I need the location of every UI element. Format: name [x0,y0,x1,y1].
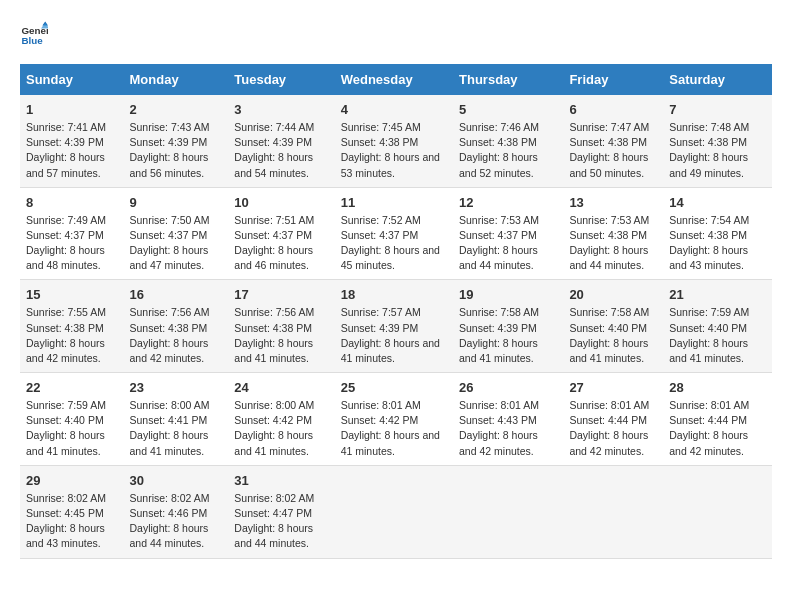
calendar-week-row: 1 Sunrise: 7:41 AMSunset: 4:39 PMDayligh… [20,95,772,187]
day-number: 26 [459,379,557,398]
calendar-cell: 14 Sunrise: 7:54 AMSunset: 4:38 PMDaylig… [663,187,772,280]
calendar-cell [335,465,453,558]
calendar-cell: 1 Sunrise: 7:41 AMSunset: 4:39 PMDayligh… [20,95,124,187]
day-info: Sunrise: 7:57 AMSunset: 4:39 PMDaylight:… [341,305,447,366]
weekday-header-wednesday: Wednesday [335,64,453,95]
day-info: Sunrise: 7:47 AMSunset: 4:38 PMDaylight:… [569,120,657,181]
day-info: Sunrise: 7:59 AMSunset: 4:40 PMDaylight:… [669,305,766,366]
day-info: Sunrise: 7:44 AMSunset: 4:39 PMDaylight:… [234,120,328,181]
calendar-cell: 18 Sunrise: 7:57 AMSunset: 4:39 PMDaylig… [335,280,453,373]
calendar-week-row: 8 Sunrise: 7:49 AMSunset: 4:37 PMDayligh… [20,187,772,280]
day-info: Sunrise: 7:55 AMSunset: 4:38 PMDaylight:… [26,305,118,366]
day-number: 1 [26,101,118,120]
day-info: Sunrise: 7:49 AMSunset: 4:37 PMDaylight:… [26,213,118,274]
day-info: Sunrise: 7:53 AMSunset: 4:37 PMDaylight:… [459,213,557,274]
calendar-cell: 11 Sunrise: 7:52 AMSunset: 4:37 PMDaylig… [335,187,453,280]
day-info: Sunrise: 8:00 AMSunset: 4:42 PMDaylight:… [234,398,328,459]
weekday-header-tuesday: Tuesday [228,64,334,95]
weekday-header-thursday: Thursday [453,64,563,95]
calendar-cell: 7 Sunrise: 7:48 AMSunset: 4:38 PMDayligh… [663,95,772,187]
day-info: Sunrise: 7:48 AMSunset: 4:38 PMDaylight:… [669,120,766,181]
day-number: 9 [130,194,223,213]
calendar-cell: 19 Sunrise: 7:58 AMSunset: 4:39 PMDaylig… [453,280,563,373]
calendar-cell: 2 Sunrise: 7:43 AMSunset: 4:39 PMDayligh… [124,95,229,187]
calendar-week-row: 29 Sunrise: 8:02 AMSunset: 4:45 PMDaylig… [20,465,772,558]
svg-text:Blue: Blue [21,35,43,46]
day-number: 14 [669,194,766,213]
day-info: Sunrise: 8:01 AMSunset: 4:44 PMDaylight:… [669,398,766,459]
logo: General Blue [20,20,52,48]
day-number: 17 [234,286,328,305]
calendar-cell: 24 Sunrise: 8:00 AMSunset: 4:42 PMDaylig… [228,373,334,466]
day-info: Sunrise: 7:56 AMSunset: 4:38 PMDaylight:… [130,305,223,366]
calendar-cell: 30 Sunrise: 8:02 AMSunset: 4:46 PMDaylig… [124,465,229,558]
page-header: General Blue [20,20,772,48]
calendar-cell: 23 Sunrise: 8:00 AMSunset: 4:41 PMDaylig… [124,373,229,466]
calendar-cell: 27 Sunrise: 8:01 AMSunset: 4:44 PMDaylig… [563,373,663,466]
day-info: Sunrise: 7:58 AMSunset: 4:39 PMDaylight:… [459,305,557,366]
day-info: Sunrise: 7:52 AMSunset: 4:37 PMDaylight:… [341,213,447,274]
weekday-header-saturday: Saturday [663,64,772,95]
calendar-cell: 9 Sunrise: 7:50 AMSunset: 4:37 PMDayligh… [124,187,229,280]
day-info: Sunrise: 7:51 AMSunset: 4:37 PMDaylight:… [234,213,328,274]
calendar-cell: 26 Sunrise: 8:01 AMSunset: 4:43 PMDaylig… [453,373,563,466]
weekday-header-monday: Monday [124,64,229,95]
day-number: 18 [341,286,447,305]
day-number: 25 [341,379,447,398]
calendar-cell: 10 Sunrise: 7:51 AMSunset: 4:37 PMDaylig… [228,187,334,280]
calendar-cell: 13 Sunrise: 7:53 AMSunset: 4:38 PMDaylig… [563,187,663,280]
calendar-cell: 3 Sunrise: 7:44 AMSunset: 4:39 PMDayligh… [228,95,334,187]
calendar-cell: 29 Sunrise: 8:02 AMSunset: 4:45 PMDaylig… [20,465,124,558]
day-number: 10 [234,194,328,213]
day-number: 12 [459,194,557,213]
calendar-cell: 25 Sunrise: 8:01 AMSunset: 4:42 PMDaylig… [335,373,453,466]
weekday-header-row: SundayMondayTuesdayWednesdayThursdayFrid… [20,64,772,95]
day-number: 2 [130,101,223,120]
day-number: 11 [341,194,447,213]
calendar-cell: 17 Sunrise: 7:56 AMSunset: 4:38 PMDaylig… [228,280,334,373]
day-number: 31 [234,472,328,491]
calendar-week-row: 15 Sunrise: 7:55 AMSunset: 4:38 PMDaylig… [20,280,772,373]
day-number: 22 [26,379,118,398]
day-number: 16 [130,286,223,305]
day-number: 28 [669,379,766,398]
weekday-header-friday: Friday [563,64,663,95]
day-info: Sunrise: 7:54 AMSunset: 4:38 PMDaylight:… [669,213,766,274]
logo-icon: General Blue [20,20,48,48]
day-number: 20 [569,286,657,305]
day-number: 23 [130,379,223,398]
day-number: 3 [234,101,328,120]
day-number: 21 [669,286,766,305]
weekday-header-sunday: Sunday [20,64,124,95]
calendar-cell [563,465,663,558]
day-info: Sunrise: 7:59 AMSunset: 4:40 PMDaylight:… [26,398,118,459]
day-info: Sunrise: 7:53 AMSunset: 4:38 PMDaylight:… [569,213,657,274]
day-info: Sunrise: 8:01 AMSunset: 4:44 PMDaylight:… [569,398,657,459]
day-info: Sunrise: 8:02 AMSunset: 4:45 PMDaylight:… [26,491,118,552]
calendar-cell: 22 Sunrise: 7:59 AMSunset: 4:40 PMDaylig… [20,373,124,466]
day-info: Sunrise: 7:58 AMSunset: 4:40 PMDaylight:… [569,305,657,366]
day-info: Sunrise: 8:01 AMSunset: 4:43 PMDaylight:… [459,398,557,459]
calendar-cell: 16 Sunrise: 7:56 AMSunset: 4:38 PMDaylig… [124,280,229,373]
day-number: 6 [569,101,657,120]
calendar-cell: 6 Sunrise: 7:47 AMSunset: 4:38 PMDayligh… [563,95,663,187]
day-info: Sunrise: 7:46 AMSunset: 4:38 PMDaylight:… [459,120,557,181]
calendar-cell: 28 Sunrise: 8:01 AMSunset: 4:44 PMDaylig… [663,373,772,466]
day-info: Sunrise: 7:43 AMSunset: 4:39 PMDaylight:… [130,120,223,181]
day-info: Sunrise: 8:01 AMSunset: 4:42 PMDaylight:… [341,398,447,459]
day-number: 4 [341,101,447,120]
day-number: 29 [26,472,118,491]
calendar-table: SundayMondayTuesdayWednesdayThursdayFrid… [20,64,772,559]
calendar-cell: 5 Sunrise: 7:46 AMSunset: 4:38 PMDayligh… [453,95,563,187]
day-info: Sunrise: 8:02 AMSunset: 4:47 PMDaylight:… [234,491,328,552]
day-number: 30 [130,472,223,491]
day-info: Sunrise: 7:45 AMSunset: 4:38 PMDaylight:… [341,120,447,181]
calendar-cell: 15 Sunrise: 7:55 AMSunset: 4:38 PMDaylig… [20,280,124,373]
day-number: 27 [569,379,657,398]
day-info: Sunrise: 8:00 AMSunset: 4:41 PMDaylight:… [130,398,223,459]
calendar-cell [453,465,563,558]
calendar-cell: 12 Sunrise: 7:53 AMSunset: 4:37 PMDaylig… [453,187,563,280]
day-info: Sunrise: 7:50 AMSunset: 4:37 PMDaylight:… [130,213,223,274]
calendar-cell: 20 Sunrise: 7:58 AMSunset: 4:40 PMDaylig… [563,280,663,373]
calendar-cell: 8 Sunrise: 7:49 AMSunset: 4:37 PMDayligh… [20,187,124,280]
